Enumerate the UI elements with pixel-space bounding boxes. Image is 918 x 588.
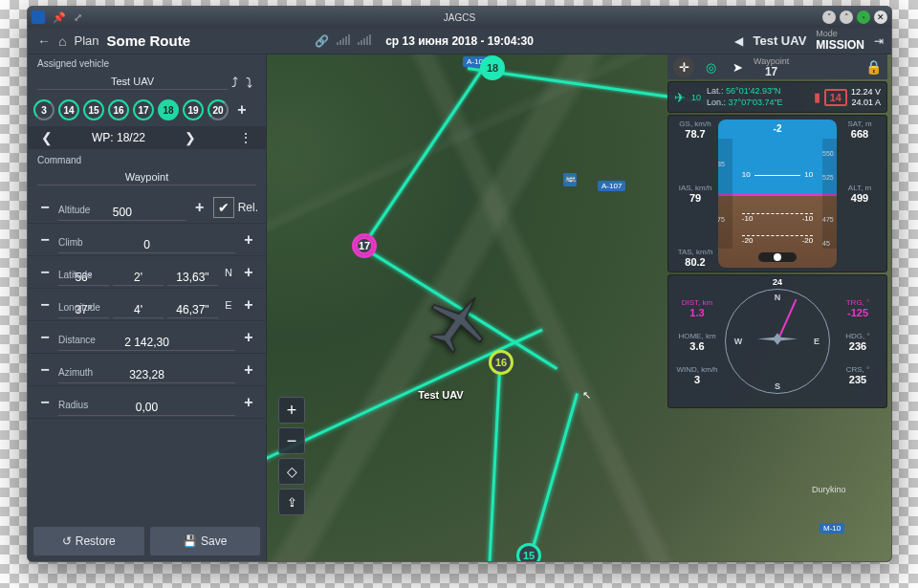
assigned-vehicle-value[interactable]: Test UAV bbox=[37, 76, 228, 90]
lon-decrease[interactable]: − bbox=[35, 296, 55, 314]
poi-icon: 🚌 bbox=[563, 173, 577, 186]
command-value[interactable]: Waypoint bbox=[37, 171, 256, 185]
gps-lat: 56°01'42.93"N bbox=[726, 86, 781, 96]
climb-decrease[interactable]: − bbox=[35, 231, 55, 249]
home-icon[interactable]: ⌂ bbox=[58, 33, 66, 49]
lon-sec[interactable]: 46,37" bbox=[167, 302, 218, 318]
trg-label: TRG, ° bbox=[835, 298, 881, 307]
target-icon[interactable]: ◎ bbox=[700, 56, 721, 77]
compass: 24 N W E S bbox=[726, 279, 829, 403]
latitude-label: Latitude bbox=[58, 270, 93, 280]
hdg-value: 236 bbox=[835, 340, 881, 352]
telemetry-panel: ✛ ◎ ➤ Waypoint 17 🔒 ✈ 10 Lat.: 56°01'42.… bbox=[667, 54, 887, 408]
waypoint-badges[interactable]: 3 14 15 16 17 18 19 20 + bbox=[28, 96, 266, 124]
lon-increase[interactable]: + bbox=[239, 296, 258, 314]
wp-next-icon[interactable]: ❯ bbox=[181, 130, 200, 145]
altitude-decrease[interactable]: − bbox=[35, 199, 55, 216]
radius-increase[interactable]: + bbox=[239, 394, 258, 411]
lat-min[interactable]: 2' bbox=[113, 270, 164, 286]
zoom-in-button[interactable]: + bbox=[278, 397, 305, 424]
vehicle-name[interactable]: Test UAV bbox=[753, 33, 806, 48]
climb-value[interactable]: 0 bbox=[58, 237, 235, 253]
alt-label: ALT, m bbox=[839, 184, 881, 192]
add-waypoint-button[interactable]: + bbox=[232, 101, 251, 119]
save-button[interactable]: 💾Save bbox=[150, 527, 261, 555]
close-button[interactable]: ✕ bbox=[874, 11, 887, 24]
longitude-label: Longitude bbox=[58, 302, 100, 313]
crs-label: CRS, ° bbox=[835, 365, 881, 374]
home-dist-value: 3.6 bbox=[674, 340, 720, 352]
lat-increase[interactable]: + bbox=[239, 264, 258, 281]
signal-2-icon bbox=[358, 34, 371, 45]
wp-badge[interactable]: 20 bbox=[208, 99, 229, 120]
maximize-button[interactable]: ˄ bbox=[840, 11, 853, 24]
pin-icon[interactable]: 📌 bbox=[53, 11, 66, 24]
map-waypoint-15[interactable]: 15 bbox=[516, 543, 541, 561]
wp-badge-active[interactable]: 18 bbox=[158, 99, 179, 120]
alt-value: 499 bbox=[839, 192, 881, 204]
distance-increase[interactable]: + bbox=[239, 329, 258, 346]
map-waypoint-17[interactable]: 17 bbox=[352, 233, 377, 258]
slip-ball bbox=[758, 252, 797, 262]
download-icon[interactable]: ⤵ bbox=[242, 75, 256, 90]
restore-button[interactable]: ↺Restore bbox=[33, 527, 144, 555]
prev-vehicle-icon[interactable]: ◀ bbox=[734, 34, 743, 48]
restore-button[interactable]: ◦ bbox=[857, 11, 870, 24]
home-dist-label: HOME, km bbox=[674, 332, 720, 340]
wp-badge[interactable]: 19 bbox=[183, 99, 204, 120]
lat-sec[interactable]: 13,63" bbox=[167, 270, 218, 286]
dist-value: 1.3 bbox=[674, 307, 720, 318]
north-button[interactable]: ⇪ bbox=[278, 489, 305, 515]
map-waypoint-16[interactable]: 16 bbox=[489, 350, 514, 375]
link-icon[interactable]: 🔗 bbox=[315, 34, 329, 48]
wp-badge[interactable]: 16 bbox=[108, 99, 129, 120]
lon-hemi[interactable]: E bbox=[222, 299, 235, 311]
expand-icon[interactable]: ⤢ bbox=[74, 11, 82, 24]
wp-counter: WP: 18/22 bbox=[92, 131, 145, 144]
distance-decrease[interactable]: − bbox=[35, 329, 55, 346]
azimuth-increase[interactable]: + bbox=[239, 361, 258, 379]
wp-prev-icon[interactable]: ❮ bbox=[37, 130, 56, 145]
logout-icon[interactable]: ⇥ bbox=[874, 34, 884, 48]
lat-decrease[interactable]: − bbox=[35, 264, 55, 281]
wind-label: WIND, km/h bbox=[674, 365, 720, 374]
wp-badge[interactable]: 15 bbox=[83, 99, 104, 120]
altitude-label: Altitude bbox=[58, 205, 90, 215]
lat-hemi[interactable]: N bbox=[222, 267, 235, 278]
mode-value[interactable]: MISSION bbox=[816, 38, 864, 52]
assigned-vehicle-label: Assigned vehicle bbox=[28, 54, 266, 73]
route-name[interactable]: Some Route bbox=[107, 33, 191, 49]
climb-increase[interactable]: + bbox=[239, 231, 258, 249]
altitude-increase[interactable]: + bbox=[190, 199, 209, 216]
upload-icon[interactable]: ⤴ bbox=[228, 75, 242, 90]
wp-badge[interactable]: 17 bbox=[133, 99, 154, 120]
azimuth-decrease[interactable]: − bbox=[35, 361, 55, 379]
radius-decrease[interactable]: − bbox=[35, 394, 55, 411]
ias-value: 79 bbox=[674, 192, 716, 204]
wp-badge[interactable]: 14 bbox=[58, 99, 79, 120]
lock-icon[interactable]: 🔒 bbox=[865, 59, 882, 75]
rel-checkbox[interactable]: ✔ bbox=[213, 197, 234, 218]
titlebar[interactable]: 📌 ⤢ JAGCS ˅ ˄ ◦ ✕ bbox=[28, 7, 891, 28]
gs-value: 78.7 bbox=[674, 128, 716, 140]
minimize-button[interactable]: ˅ bbox=[822, 11, 836, 24]
zoom-out-button[interactable]: − bbox=[278, 427, 305, 454]
battery-current: 24.01 A bbox=[851, 98, 881, 108]
road-label: А-107 bbox=[598, 181, 625, 191]
center-icon[interactable]: ✛ bbox=[673, 56, 694, 77]
lon-min[interactable]: 4' bbox=[113, 302, 164, 318]
azimuth-label: Azimuth bbox=[58, 367, 93, 378]
location-icon[interactable]: ➤ bbox=[727, 56, 748, 77]
map-uav-label: Test UAV bbox=[418, 389, 463, 401]
wp-badge[interactable]: 3 bbox=[33, 99, 55, 120]
back-icon[interactable]: ← bbox=[37, 33, 51, 49]
map-waypoint-18[interactable]: 18 bbox=[480, 55, 505, 80]
climb-label: Climb bbox=[58, 237, 83, 248]
app-window: 📌 ⤢ JAGCS ˅ ˄ ◦ ✕ ← ⌂ Plan Some Route 🔗 … bbox=[27, 6, 892, 562]
layers-button[interactable]: ◇ bbox=[278, 458, 305, 485]
cursor-icon: ↖ bbox=[582, 389, 591, 402]
radius-label: Radius bbox=[58, 400, 88, 410]
dist-label: DIST, km bbox=[674, 298, 720, 307]
wp-menu-icon[interactable]: ⋮ bbox=[235, 130, 256, 145]
rel-label: Rel. bbox=[238, 201, 258, 214]
